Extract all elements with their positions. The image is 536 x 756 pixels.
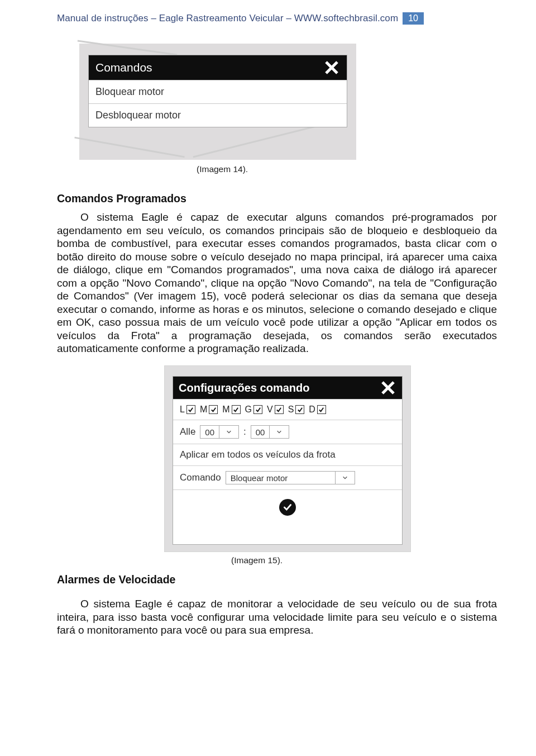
checkbox-icon: [209, 405, 218, 414]
day-M1[interactable]: M: [200, 405, 218, 415]
day-G[interactable]: G: [245, 405, 262, 415]
confirm-row: [173, 489, 402, 525]
page-number: 10: [403, 12, 424, 25]
chevron-down-icon: [335, 472, 355, 484]
minute-select[interactable]: 00: [251, 425, 290, 439]
section1-paragraph: O sistema Eagle é capaz de executar algu…: [57, 211, 497, 355]
time-colon: :: [243, 426, 246, 438]
command-select[interactable]: Bloquear motor: [226, 471, 355, 484]
checkbox-icon: [232, 405, 241, 414]
day-S[interactable]: S: [288, 405, 305, 415]
dialog-titlebar: Comandos: [89, 55, 347, 80]
checkbox-icon: [186, 405, 195, 414]
dialog-titlebar: Configurações comando: [173, 377, 402, 399]
checkbox-icon: [275, 405, 284, 414]
config-comando-dialog: Configurações comando L M M G V S D Alle…: [173, 376, 403, 545]
day-M2[interactable]: M: [222, 405, 240, 415]
dialog-title: Comandos: [95, 61, 152, 74]
chevron-down-icon: [219, 426, 238, 438]
image15-caption: (Imagem 15).: [231, 555, 497, 565]
screenshot-comandos: Comandos Bloquear motor Desbloquear moto…: [79, 44, 356, 160]
day-D[interactable]: D: [309, 405, 326, 415]
weekday-row: L M M G V S D: [173, 399, 402, 420]
check-icon: [283, 502, 293, 512]
checkbox-icon: [317, 405, 326, 414]
image14-caption: (Imagem 14).: [197, 164, 497, 174]
command-value: Bloquear motor: [226, 473, 293, 483]
header-text: Manual de instruções – Eagle Rastreament…: [57, 13, 398, 24]
close-icon[interactable]: [380, 379, 396, 396]
section-heading-alarmes-velocidade: Alarmes de Velocidade: [57, 573, 497, 586]
minute-value: 00: [251, 427, 270, 437]
time-row: Alle 00 : 00: [173, 420, 402, 444]
comandos-dialog: Comandos Bloquear motor Desbloquear moto…: [88, 55, 347, 127]
command-label: Comando: [180, 472, 221, 483]
close-icon[interactable]: [323, 59, 340, 76]
section2-paragraph: O sistema Eagle é capaz de monitorar a v…: [57, 597, 497, 637]
day-L[interactable]: L: [180, 405, 195, 415]
checkbox-icon: [295, 405, 304, 414]
ok-button[interactable]: [279, 499, 296, 516]
dialog-title: Configurações comando: [179, 382, 309, 394]
apply-all-row[interactable]: Aplicar em todos os veículos da frota: [173, 444, 402, 465]
screenshot-config-comando: Configurações comando L M M G V S D Alle…: [164, 365, 411, 552]
hour-select[interactable]: 00: [200, 425, 239, 439]
checkbox-icon: [253, 405, 262, 414]
day-V[interactable]: V: [267, 405, 284, 415]
section-heading-comandos-programados: Comandos Programados: [57, 192, 497, 205]
command-row: Comando Bloquear motor: [173, 465, 402, 489]
hour-value: 00: [200, 427, 219, 437]
chevron-down-icon: [269, 426, 289, 438]
command-item-desbloquear[interactable]: Desbloquear motor: [89, 103, 347, 127]
time-label: Alle: [180, 426, 195, 438]
command-item-bloquear[interactable]: Bloquear motor: [89, 80, 347, 103]
page-header: Manual de instruções – Eagle Rastreament…: [57, 12, 497, 25]
